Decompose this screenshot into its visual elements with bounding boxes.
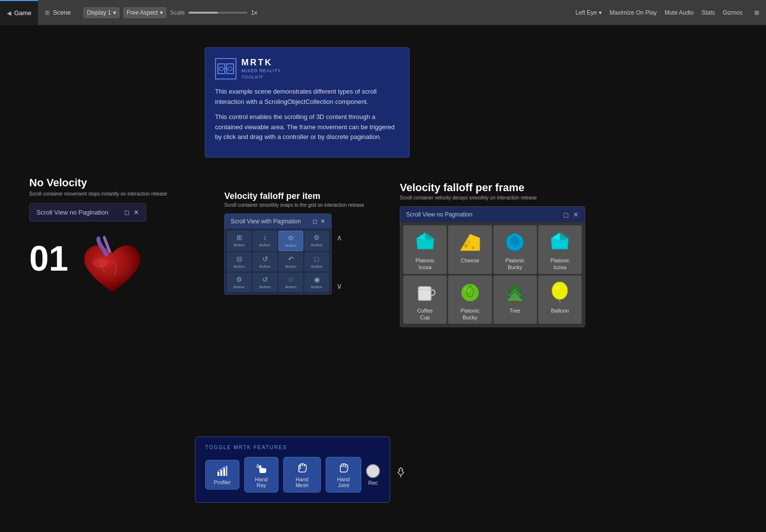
svg-line-36 <box>256 466 258 468</box>
snp-platonic-bucky-2-label: PlatonicBucky <box>460 307 479 321</box>
hand-mesh-icon <box>296 462 308 474</box>
vel-item-subtitle: Scroll container smoothly snaps to the g… <box>224 202 364 208</box>
snp-coffee-cup-img <box>413 280 437 305</box>
svg-rect-0 <box>218 64 225 74</box>
snp-item-platonic-icosa-1[interactable]: PlatonicIcosa <box>403 225 447 274</box>
minimize-icon[interactable]: ◻ <box>124 209 130 216</box>
gizmos-btn[interactable]: Gizmos <box>723 9 743 16</box>
scroll-view-box[interactable]: Scroll View no Pagination ◻ ✕ <box>29 203 146 221</box>
swp-btn-6[interactable]: ↺ Button <box>253 252 277 272</box>
hand-mesh-label: Hand Mesh <box>290 476 314 488</box>
top-bar-right: Left Eye ▾ Maximize On Play Mute Audio S… <box>569 9 766 16</box>
swp-btn-7[interactable]: ↶ Button <box>278 252 303 272</box>
swp-btn-9-icon: ⚙ <box>236 276 242 283</box>
snp-item-tree[interactable]: Tree <box>493 276 537 324</box>
svg-rect-33 <box>223 468 225 476</box>
swp-btn-5-label: Button <box>234 264 245 269</box>
close-icon[interactable]: ✕ <box>134 209 139 216</box>
info-text-2: This control enables the scrolling of 3D… <box>215 112 399 142</box>
swp-btn-5[interactable]: ⊟ Button <box>227 252 252 272</box>
scale-bar[interactable] <box>189 12 247 14</box>
snp-header: Scroll View no Pagination ◻ ✕ <box>400 207 585 222</box>
svg-point-40 <box>347 467 349 469</box>
snp-platonic-icosa-2-label: PlatonicIcosa <box>550 257 570 271</box>
swp-btn-8[interactable]: □ Button <box>304 252 329 272</box>
swp-close-icon[interactable]: ✕ <box>320 218 325 225</box>
pin-icon: ⊞ <box>754 9 759 16</box>
swp-nav-up[interactable]: ∧ <box>336 233 342 242</box>
svg-point-37 <box>341 465 343 467</box>
eye-select[interactable]: Left Eye ▾ <box>575 9 602 16</box>
swp-btn-3[interactable]: ⚙ Button <box>278 231 303 251</box>
platonic-bucky-1-svg <box>504 232 526 253</box>
swp-btn-10-label: Button <box>259 285 271 289</box>
mute-btn[interactable]: Mute Audio <box>665 9 694 16</box>
display-select[interactable]: Display 1 ▾ <box>83 7 119 18</box>
swp-btn-3-icon: ⚙ <box>288 234 294 242</box>
vel-frame-title: Velocity falloff per frame <box>400 181 585 194</box>
swp-nav-down[interactable]: ∨ <box>336 281 342 291</box>
vel-item-title: Velocity falloff per item <box>224 191 364 201</box>
mrtk-subtitle: MIXED REALITYTOOLKIT <box>241 68 281 80</box>
swp-grid: ⊞ Button ↕ Button ⚙ Button ⚙ Button <box>225 229 331 294</box>
no-velocity-panel: No Velocity Scroll container movement st… <box>29 177 167 304</box>
hand-ray-btn[interactable]: Hand Ray <box>244 457 278 493</box>
svg-point-39 <box>345 466 347 468</box>
snp-item-platonic-bucky-1[interactable]: PlatonicBucky <box>493 225 537 274</box>
heart-3d-model <box>78 236 146 304</box>
info-panel: MRTK MIXED REALITYTOOLKIT This example s… <box>205 47 410 158</box>
swp-btn-1-icon: ⊞ <box>236 234 242 241</box>
vel-frame-subtitle: Scroll container velocity decays smoothl… <box>400 195 585 200</box>
swp-btn-11[interactable]: ☆ Button <box>278 273 303 292</box>
hand-mesh-btn[interactable]: Hand Mesh <box>283 457 321 493</box>
swp-btn-1-label: Button <box>234 243 245 247</box>
swp-header: Scroll View with Pagination ◻ ✕ <box>225 214 331 229</box>
main-content: MRTK MIXED REALITYTOOLKIT This example s… <box>0 25 766 532</box>
profiler-icon <box>216 465 228 477</box>
scale-value: 1x <box>251 9 257 16</box>
snp-header-label: Scroll View no Pagination <box>406 211 472 218</box>
snp-item-platonic-icosa-2[interactable]: PlatonicIcosa <box>538 225 582 274</box>
swp-btn-2-label: Button <box>259 243 271 247</box>
svg-point-29 <box>552 282 568 299</box>
snp-platonic-bucky-1-img <box>503 230 527 255</box>
heart-display: 01 <box>29 236 167 304</box>
snp-minimize-icon[interactable]: ◻ <box>563 211 569 218</box>
scroll-no-pagination: Scroll View no Pagination ◻ ✕ <box>400 206 585 327</box>
mrtk-logo-text: MRTK MIXED REALITYTOOLKIT <box>241 58 281 80</box>
snp-item-coffee-cup[interactable]: CoffeeCup <box>403 276 447 324</box>
snp-item-balloon[interactable]: Balloon <box>538 276 582 324</box>
svg-point-12 <box>468 241 470 243</box>
snp-grid: PlatonicIcosa Cheese <box>400 222 585 327</box>
swp-minimize-icon[interactable]: ◻ <box>313 218 317 225</box>
swp-btn-6-label: Button <box>259 264 271 269</box>
tab-game-label: Game <box>14 9 31 17</box>
maximize-btn[interactable]: Maximize On Play <box>609 9 657 16</box>
mrtk-logo-svg <box>217 60 235 78</box>
aspect-select[interactable]: Free Aspect ▾ <box>123 7 166 18</box>
hand-joint-btn[interactable]: Hand Joint <box>326 457 361 493</box>
rec-btn[interactable]: Rec <box>366 464 380 486</box>
swp-btn-9[interactable]: ⚙ Button <box>227 273 252 292</box>
swp-btn-4[interactable]: ⚙ Button <box>304 231 329 251</box>
svg-point-5 <box>93 258 107 268</box>
tab-scene[interactable]: ⊞ Scene <box>38 0 78 25</box>
svg-line-35 <box>257 464 259 467</box>
stats-btn[interactable]: Stats <box>702 9 715 16</box>
swp-btn-2[interactable]: ↕ Button <box>253 231 277 251</box>
snp-close-icon[interactable]: ✕ <box>573 211 579 218</box>
snp-item-platonic-bucky-2[interactable]: PlatonicBucky <box>448 276 491 324</box>
swp-btn-12[interactable]: ◉ Button <box>304 273 329 292</box>
vel-item-panel: Velocity falloff per item Scroll contain… <box>224 191 364 296</box>
swp-btn-8-icon: □ <box>314 255 318 263</box>
snp-tree-label: Tree <box>510 307 520 314</box>
swp-btn-10[interactable]: ↺ Button <box>253 273 277 292</box>
swp-btn-10-icon: ↺ <box>262 276 268 283</box>
tab-game[interactable]: ◀ Game <box>0 0 38 25</box>
snp-item-cheese[interactable]: Cheese <box>448 225 491 274</box>
swp-btn-1[interactable]: ⊞ Button <box>227 231 252 251</box>
profiler-btn[interactable]: Profiler <box>205 460 239 490</box>
snp-coffee-cup-label: CoffeeCup <box>417 307 433 321</box>
toggle-panel-title: TOGGLE MRTK FEATURES <box>205 445 380 450</box>
toggle-buttons: Profiler Hand Ray Hand Mesh <box>205 457 380 493</box>
